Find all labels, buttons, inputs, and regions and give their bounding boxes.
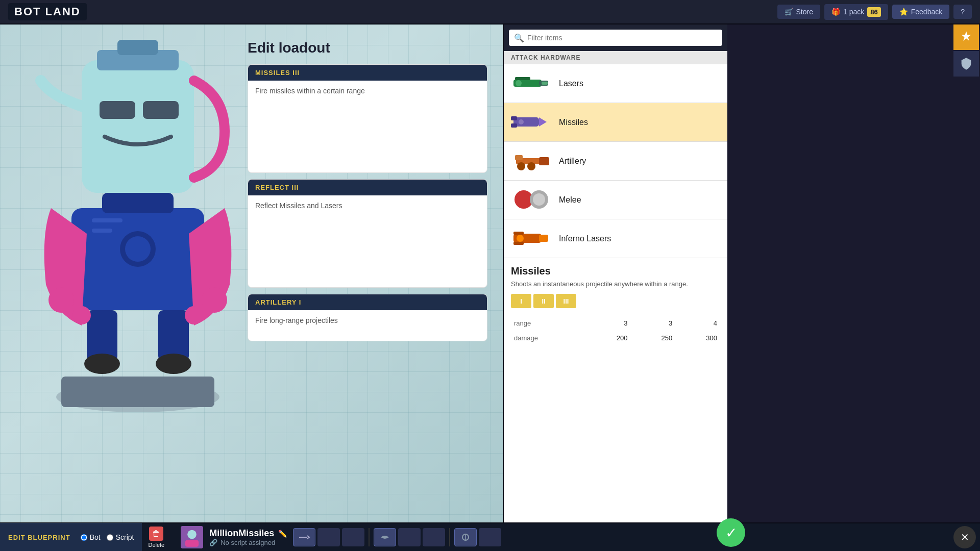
svg-rect-29	[511, 123, 517, 128]
svg-rect-40	[539, 235, 548, 242]
weapon-slots	[293, 528, 501, 546]
svg-rect-42	[513, 232, 524, 235]
help-button[interactable]: ?	[953, 5, 972, 19]
dismiss-button[interactable]: ✕	[953, 526, 976, 548]
hardware-item-melee[interactable]: Melee	[504, 181, 727, 219]
tab-icons	[953, 24, 980, 77]
detail-panel: Missiles Shoots an instantaneous project…	[504, 258, 727, 551]
edit-loadout-title: Edit loadout	[248, 40, 487, 56]
tab-attack-icon[interactable]	[953, 24, 979, 50]
svg-rect-28	[511, 116, 517, 120]
damage-val-3: 300	[675, 331, 719, 345]
weapon-slot-8[interactable]	[479, 528, 501, 546]
svg-point-38	[533, 193, 545, 206]
feedback-button[interactable]: ⭐ Feedback	[892, 5, 949, 19]
melee-icon	[511, 186, 552, 214]
delete-label: Delete	[148, 542, 164, 548]
hardware-item-lasers[interactable]: Lasers	[504, 64, 727, 103]
loadout-card-reflect-header: REFLECT III	[248, 180, 487, 195]
script-info: 🔗 No script assigned	[209, 539, 287, 546]
hardware-item-missiles[interactable]: Missiles	[504, 103, 727, 142]
weapon-slot-5[interactable]	[398, 528, 421, 546]
weapon-slot-3[interactable]	[342, 528, 364, 546]
tier-2-button[interactable]: II	[533, 294, 554, 308]
loadout-card-missiles: MISSILES III Fire missiles within a cert…	[248, 64, 487, 173]
tier-1-button[interactable]: I	[511, 294, 531, 308]
tier-3-button[interactable]: III	[556, 294, 576, 308]
bot-name-section: MillionMissiles ✏️ 🔗 No script assigned	[170, 526, 953, 548]
svg-point-14	[125, 236, 151, 262]
inferno-lasers-label: Inferno Lasers	[559, 234, 611, 243]
svg-point-19	[72, 306, 91, 324]
svg-point-45	[187, 530, 197, 539]
top-navigation: BOT LAND 🛒 Store 🎁 1 pack 86 ⭐ Feedback …	[0, 0, 980, 24]
svg-marker-27	[539, 117, 547, 127]
loadout-card-missiles-body: Fire missiles within a certain range	[248, 81, 487, 172]
svg-point-17	[84, 354, 120, 374]
bot-radio[interactable]: Bot	[81, 533, 101, 541]
damage-val-2: 250	[631, 331, 675, 345]
loadout-card-reflect-body: Reflect Missiles and Lasers	[248, 195, 487, 287]
weapon-slot-7[interactable]	[454, 528, 477, 546]
weapon-slot-4[interactable]	[374, 528, 396, 546]
weapon-slot-1[interactable]	[293, 528, 315, 546]
lasers-label: Lasers	[559, 79, 583, 88]
svg-rect-9	[100, 101, 135, 119]
svg-point-20	[185, 306, 203, 324]
svg-point-33	[517, 162, 525, 170]
svg-point-34	[527, 162, 535, 170]
loadout-card-artillery-header: ARTILLERY I	[248, 294, 487, 310]
svg-rect-6	[82, 60, 194, 193]
loadout-card-artillery: ARTILLERY I Fire long-range projectiles	[248, 294, 487, 341]
stats-table: range 3 3 4 damage 200 250 300	[511, 315, 720, 346]
nav-right: 🛒 Store 🎁 1 pack 86 ⭐ Feedback ?	[777, 4, 972, 20]
range-val-3: 4	[675, 316, 719, 330]
svg-rect-5	[102, 193, 174, 213]
bot-preview-panel: Edit loadout × MISSILES III Fire missile…	[0, 24, 503, 551]
weapon-slot-2[interactable]	[317, 528, 340, 546]
attack-hardware-label: ATTACK HARDWARE	[504, 51, 727, 64]
svg-point-3	[48, 287, 74, 313]
store-button[interactable]: 🛒 Store	[777, 5, 820, 19]
loadout-card-missiles-header: MISSILES III	[248, 65, 487, 81]
hardware-item-artillery[interactable]: Artillery	[504, 142, 727, 181]
svg-rect-26	[513, 117, 539, 127]
tab-defense-icon[interactable]	[953, 51, 979, 77]
search-wrapper: 🔍	[509, 30, 722, 46]
search-icon: 🔍	[514, 33, 524, 43]
script-radio[interactable]: Script	[107, 533, 134, 541]
svg-rect-46	[185, 540, 199, 547]
pack-button[interactable]: 🎁 1 pack 86	[824, 4, 888, 20]
svg-rect-25	[515, 77, 530, 80]
svg-point-4	[202, 287, 227, 313]
confirm-button[interactable]: ✓	[717, 518, 745, 547]
pack-count: 86	[867, 7, 880, 17]
svg-rect-8	[117, 40, 158, 55]
missiles-label: Missiles	[559, 118, 588, 127]
melee-label: Melee	[559, 195, 581, 205]
hardware-item-inferno-lasers[interactable]: Inferno Lasers	[504, 219, 727, 258]
svg-rect-23	[542, 82, 548, 85]
logo-text: BOT LAND	[14, 5, 81, 18]
svg-rect-1	[61, 377, 214, 407]
bot-name-display: MillionMissiles ✏️	[209, 528, 287, 539]
delete-button[interactable]: 🗑 Delete	[142, 524, 170, 550]
svg-rect-11	[92, 218, 122, 222]
range-label: range	[512, 316, 585, 330]
slot-divider-2	[449, 528, 450, 546]
svg-point-18	[156, 354, 191, 374]
missiles-icon	[511, 108, 552, 136]
weapon-slot-6[interactable]	[423, 528, 445, 546]
pack-icon: 🎁	[831, 8, 840, 16]
edit-loadout-panel: Edit loadout × MISSILES III Fire missile…	[248, 40, 487, 347]
hardware-list: Lasers Missiles	[504, 64, 727, 258]
svg-rect-10	[143, 101, 179, 119]
detail-description: Shoots an instantaneous projectile anywh…	[511, 280, 720, 288]
slot-divider	[369, 528, 370, 546]
trash-icon: 🗑	[149, 527, 163, 541]
script-link-icon: 🔗	[209, 539, 217, 546]
search-input[interactable]	[509, 30, 722, 46]
bot-info: MillionMissiles ✏️ 🔗 No script assigned	[209, 528, 287, 546]
edit-name-icon[interactable]: ✏️	[278, 530, 287, 538]
range-val-1: 3	[586, 316, 630, 330]
